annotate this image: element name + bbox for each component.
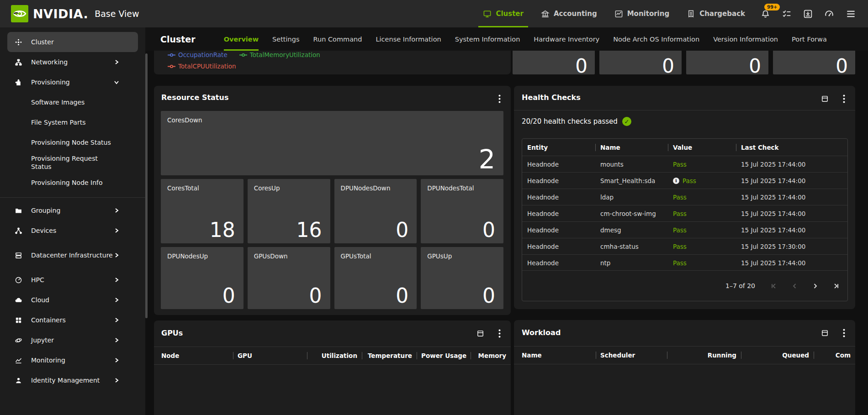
tab-version-information[interactable]: Version Information — [713, 27, 778, 51]
top-nav-monitoring[interactable]: Monitoring — [614, 0, 669, 27]
sidebar-item-datacenter-infrastructure[interactable]: Datacenter Infrastructure — [0, 241, 145, 270]
top-nav-accounting[interactable]: Accounting — [541, 0, 597, 27]
notification-count-badge: 99+ — [764, 4, 780, 11]
cell-entity: Headnode — [522, 259, 595, 267]
tab-node-arch-os-information[interactable]: Node Arch OS Information — [613, 27, 699, 51]
sidebar-item-monitoring[interactable]: Monitoring — [0, 350, 145, 370]
resource-tile-value: 0 — [396, 284, 408, 307]
tab-license-information[interactable]: License Information — [376, 27, 441, 51]
resource-status-card: Resource Status CoresDown 2 CoresTotal 1… — [154, 86, 511, 315]
cell-entity: Headnode — [522, 161, 595, 168]
sidebar-item-jupyter[interactable]: Jupyter — [0, 330, 145, 350]
sidebar-scrollbar[interactable] — [145, 53, 148, 318]
table-row[interactable]: Headnode ldap Pass 15 Jul 2025 17:44:00 — [522, 189, 847, 205]
sidebar-item-label: Provisioning — [31, 78, 70, 86]
table-row[interactable]: Headnode cm-chroot-sw-img Pass 15 Jul 20… — [522, 205, 847, 221]
resource-tile-dpunodestotal: DPUNodesTotal 0 — [421, 179, 503, 243]
sidebar-item-provisioning-node-status[interactable]: Provisioning Node Status — [0, 132, 145, 152]
sidebar-item-hpc[interactable]: HPC — [0, 270, 145, 290]
person-icon — [15, 377, 22, 384]
sidebar-item-grouping[interactable]: Grouping — [0, 200, 145, 221]
notifications-bell-icon[interactable]: 99+ — [761, 9, 770, 19]
sidebar-item-label: Networking — [31, 58, 68, 66]
sidebar-item-file-system-parts[interactable]: File System Parts — [0, 112, 145, 132]
cell-name: ldap — [595, 194, 668, 201]
sidebar-item-devices[interactable]: Devices — [0, 221, 145, 241]
tab-port-forwarding[interactable]: Port Forwa — [792, 27, 827, 51]
sidebar-item-label: Datacenter Infrastructure — [31, 251, 113, 259]
sidebar-item-provisioning-node-info[interactable]: Provisioning Node Info — [0, 173, 145, 193]
kebab-menu-icon[interactable] — [843, 329, 845, 337]
cell-value: Pass — [668, 194, 736, 201]
sidebar-item-software-images[interactable]: Software Images — [0, 92, 145, 112]
resource-tile-value: 18 — [210, 218, 235, 242]
table-row[interactable]: Headnode dmesg Pass 15 Jul 2025 17:44:00 — [522, 221, 847, 238]
cell-name: Smart_Health:sda — [595, 177, 668, 184]
sidebar-divider — [0, 197, 145, 198]
stat-tile-value: 0 — [749, 55, 761, 77]
column-header-utilization: Utilization — [307, 352, 362, 359]
kebab-menu-icon[interactable] — [498, 329, 501, 338]
hamburger-menu-icon[interactable] — [846, 9, 856, 19]
table-header-row: Entity Name Value Last Check — [522, 139, 847, 156]
kebab-menu-icon[interactable] — [843, 95, 845, 103]
stat-tile: 0 — [686, 51, 768, 74]
tab-run-command[interactable]: Run Command — [313, 27, 362, 51]
sidebar-item-networking[interactable]: Networking — [0, 52, 145, 72]
layout-toggle-icon[interactable] — [821, 329, 829, 337]
utilization-chart-card: OccupationRate TotalMemoryUtilization To… — [154, 51, 511, 74]
table-row[interactable]: Headnode Smart_Health:sda iPass 15 Jul 2… — [522, 172, 847, 189]
legend-item-total-cpu-utilization[interactable]: TotalCPUUtilization — [168, 63, 236, 70]
chart-legend-row-2: TotalCPUUtilization — [168, 63, 236, 70]
sidebar-item-identity-management[interactable]: Identity Management — [0, 370, 145, 390]
brand-name: NVIDIA. — [33, 7, 88, 21]
kebab-menu-icon[interactable] — [498, 95, 501, 103]
resource-tile-coresup: CoresUp 16 — [248, 179, 330, 243]
next-page-icon[interactable] — [812, 283, 819, 289]
tab-hardware-inventory[interactable]: Hardware Inventory — [534, 27, 599, 51]
layout-toggle-icon[interactable] — [821, 95, 829, 103]
top-nav-cluster[interactable]: Cluster — [483, 0, 524, 27]
sidebar-item-containers[interactable]: Containers — [0, 310, 145, 330]
sidebar-item-provisioning-request-status[interactable]: Provisioning Request Status — [0, 152, 145, 173]
chevron-right-icon — [112, 377, 120, 383]
last-page-icon[interactable] — [832, 283, 839, 289]
stat-tile-value: 0 — [575, 55, 587, 77]
first-page-icon[interactable] — [771, 283, 778, 289]
sidebar-item-label: Containers — [31, 316, 66, 324]
sidebar-item-cluster[interactable]: Cluster — [7, 32, 138, 52]
sidebar-item-cloud[interactable]: Cloud — [0, 290, 145, 310]
gauge-icon[interactable] — [824, 9, 834, 19]
resource-tile-label: GPUsDown — [254, 252, 288, 260]
gauge-icon — [15, 276, 22, 284]
chevron-right-icon — [112, 357, 120, 363]
column-header-queued: Queued — [741, 352, 814, 359]
nvidia-logo-icon — [11, 5, 28, 22]
legend-item-total-memory-utilization[interactable]: TotalMemoryUtilization — [239, 51, 320, 58]
previous-page-icon[interactable] — [791, 283, 798, 289]
sidebar-item-label: Jupyter — [31, 336, 54, 344]
cell-entity: Headnode — [522, 226, 595, 234]
column-header-name: Name — [595, 144, 668, 151]
legend-label: TotalCPUUtilization — [178, 63, 236, 70]
tab-system-information[interactable]: System Information — [455, 27, 520, 51]
layout-toggle-icon[interactable] — [476, 330, 484, 337]
table-row[interactable]: Headnode mounts Pass 15 Jul 2025 17:44:0… — [522, 156, 847, 172]
legend-item-occupation-rate[interactable]: OccupationRate — [168, 51, 228, 58]
cell-value: Pass — [668, 226, 736, 234]
tab-settings[interactable]: Settings — [272, 27, 299, 51]
task-checklist-icon[interactable] — [782, 9, 792, 19]
download-tray-icon[interactable] — [803, 9, 813, 19]
health-checks-table: Entity Name Value Last Check Headnode mo… — [522, 138, 848, 301]
top-nav-chargeback[interactable]: Chargeback — [687, 0, 745, 27]
resource-tile-label: GPUsUp — [427, 252, 452, 260]
column-header-last-check: Last Check — [736, 144, 819, 151]
top-nav-label: Accounting — [554, 10, 597, 18]
top-bar: NVIDIA. Base View Cluster Accounting — [0, 0, 868, 27]
table-row[interactable]: Headnode ntp Pass 15 Jul 2025 17:44:00 — [522, 254, 847, 271]
info-icon[interactable]: i — [673, 178, 679, 184]
table-row[interactable]: Headnode cmha-status Pass 15 Jul 2025 17… — [522, 238, 847, 254]
sidebar-item-provisioning[interactable]: Provisioning — [0, 72, 145, 92]
tab-overview[interactable]: Overview — [224, 27, 259, 51]
cell-last-check: 15 Jul 2025 17:44:00 — [736, 210, 819, 217]
